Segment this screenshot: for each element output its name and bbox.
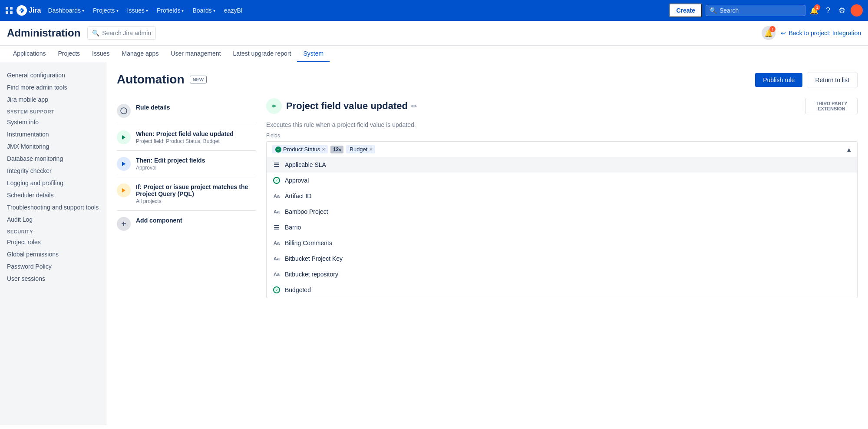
automation-actions: Publish rule Return to list	[755, 73, 858, 87]
nav-eazybi[interactable]: eazyBI	[221, 5, 246, 16]
dropdown-item-applicable-sla[interactable]: Applicable SLA	[267, 157, 857, 173]
jira-logo[interactable]: Jira	[17, 5, 41, 16]
svg-rect-2	[6, 11, 8, 14]
third-party-label: THIRD PARTYEXTENSION	[815, 101, 847, 111]
return-to-list-button[interactable]: Return to list	[807, 73, 858, 87]
dropdown-item-billing-comments[interactable]: Aa Billing Comments	[267, 235, 857, 251]
svg-rect-1	[10, 7, 13, 10]
sidebar-item-find-more-admin-tools[interactable]: Find more admin tools	[0, 81, 106, 93]
dropdown-item-bitbucket-repository[interactable]: Aa Bitbucket repository	[267, 266, 857, 282]
step-icon-details	[117, 104, 131, 118]
sidebar-item-global-permissions[interactable]: Global permissions	[0, 248, 106, 260]
notification-icon[interactable]: 🔔 1	[809, 5, 819, 16]
step-if[interactable]: If: Project or issue project matches the…	[117, 177, 256, 211]
sidebar-item-integrity-checker[interactable]: Integrity checker	[0, 165, 106, 177]
dropdown-item-artifact-id[interactable]: Aa Artifact ID	[267, 188, 857, 204]
rule-detail-panel: Project field value updated ✏ THIRD PART…	[266, 98, 858, 237]
settings-icon[interactable]: ⚙	[837, 5, 847, 16]
tag-close-icon[interactable]: ×	[369, 146, 373, 153]
nav-dashboards[interactable]: Dashboards ▾	[44, 5, 88, 16]
field-tag-product-status[interactable]: ✓ Product Status ×	[272, 145, 328, 153]
sidebar-item-project-roles[interactable]: Project roles	[0, 236, 106, 248]
dropdown-item-label: Bitbucket Project Key	[285, 255, 343, 262]
search-bar[interactable]: 🔍 Search	[706, 5, 805, 16]
chevron-down-icon: ▾	[82, 8, 84, 13]
dropdown-item-label: Bamboo Project	[285, 208, 328, 215]
admin-search[interactable]: 🔍 Search Jira admin	[87, 27, 156, 40]
sidebar-item-troubleshooting[interactable]: Troubleshooting and support tools	[0, 201, 106, 213]
tab-projects[interactable]: Projects	[52, 46, 86, 62]
sidebar-item-password-policy[interactable]: Password Policy	[0, 260, 106, 273]
app-grid-icon[interactable]	[5, 7, 13, 14]
dropdown-item-bamboo-project[interactable]: Aa Bamboo Project	[267, 204, 857, 219]
dropdown-item-approval[interactable]: Approval	[267, 173, 857, 188]
step-when[interactable]: When: Project field value updated Projec…	[117, 124, 256, 151]
tab-user-management[interactable]: User management	[165, 46, 227, 62]
admin-tabs: Applications Projects Issues Manage apps…	[0, 46, 868, 62]
admin-notification-icon[interactable]: 🔔 1	[762, 26, 776, 40]
rule-detail-icon	[266, 98, 282, 114]
check-icon: ✓	[275, 146, 281, 153]
help-icon[interactable]: ?	[823, 5, 833, 16]
nav-projects[interactable]: Projects ▾	[89, 5, 122, 16]
sidebar-item-user-sessions[interactable]: User sessions	[0, 273, 106, 285]
sidebar-item-scheduler-details[interactable]: Scheduler details	[0, 189, 106, 201]
step-icon-when	[117, 130, 131, 144]
user-avatar[interactable]	[851, 4, 863, 17]
sidebar-item-jmx-monitoring[interactable]: JMX Monitoring	[0, 140, 106, 153]
fields-tags[interactable]: ✓ Product Status × 12₃ Budget × ▲	[267, 142, 857, 157]
sidebar-item-logging-profiling[interactable]: Logging and profiling	[0, 177, 106, 189]
tab-issues[interactable]: Issues	[86, 46, 116, 62]
nav-issues[interactable]: Issues ▾	[124, 5, 152, 16]
step-title-rule-details: Rule details	[136, 104, 170, 111]
main-layout: General configuration Find more admin to…	[0, 62, 868, 425]
automation-title-area: Automation NEW	[117, 73, 207, 86]
dropdown-item-label: Applicable SLA	[285, 161, 326, 168]
back-to-project-link[interactable]: ↩ Back to project: Integration	[781, 30, 861, 37]
check-circle-icon	[273, 176, 281, 184]
sidebar-item-database-monitoring[interactable]: Database monitoring	[0, 153, 106, 165]
svg-rect-3	[10, 11, 13, 14]
edit-icon[interactable]: ✏	[411, 102, 417, 110]
sidebar-item-audit-log[interactable]: Audit Log	[0, 213, 106, 226]
text-icon: Aa	[273, 270, 281, 278]
dropdown-item-bitbucket-project-key[interactable]: Aa Bitbucket Project Key	[267, 251, 857, 266]
sidebar-item-general-configuration[interactable]: General configuration	[0, 69, 106, 81]
step-rule-details[interactable]: Rule details	[117, 98, 256, 124]
chevron-up-icon: ▲	[846, 146, 852, 153]
chevron-down-icon: ▾	[146, 8, 148, 13]
top-nav-right: 🔍 Search 🔔 1 ? ⚙	[706, 4, 863, 17]
fields-selector[interactable]: ✓ Product Status × 12₃ Budget × ▲	[266, 141, 858, 157]
tab-latest-upgrade[interactable]: Latest upgrade report	[227, 46, 297, 62]
svg-marker-8	[122, 188, 125, 193]
step-title-if: If: Project or issue project matches the…	[136, 183, 256, 197]
admin-title: Administration	[7, 27, 80, 39]
dropdown-item-budgeted[interactable]: Budgeted	[267, 282, 857, 298]
nav-boards[interactable]: Boards ▾	[189, 5, 218, 16]
step-add-component[interactable]: Add component	[117, 211, 256, 237]
new-badge: NEW	[190, 76, 207, 83]
tab-system[interactable]: System	[297, 46, 330, 62]
step-title-then: Then: Edit project fields	[136, 157, 205, 164]
rule-flow: Rule details When: Project field value u…	[117, 98, 858, 237]
field-tag-budget[interactable]: Budget ×	[346, 145, 375, 153]
tag-close-icon[interactable]: ×	[322, 146, 325, 153]
chevron-down-icon: ▾	[182, 8, 184, 13]
dropdown-item-label: Budgeted	[285, 286, 311, 293]
fields-label: Fields	[266, 133, 858, 139]
sidebar-item-jira-mobile-app[interactable]: Jira mobile app	[0, 93, 106, 106]
nav-profields[interactable]: Profields ▾	[153, 5, 187, 16]
third-party-badge: THIRD PARTYEXTENSION	[805, 98, 858, 114]
top-navigation: Jira Dashboards ▾ Projects ▾ Issues ▾ Pr…	[0, 0, 868, 21]
sidebar-section-system-support: SYSTEM SUPPORT	[0, 106, 106, 116]
field-tag-label: Product Status	[283, 146, 320, 153]
create-button[interactable]: Create	[669, 3, 702, 17]
step-then[interactable]: Then: Edit project fields Approval	[117, 151, 256, 177]
tab-manage-apps[interactable]: Manage apps	[116, 46, 165, 62]
search-icon: 🔍	[710, 7, 717, 14]
dropdown-item-barrio[interactable]: Barrio	[267, 219, 857, 235]
tab-applications[interactable]: Applications	[7, 46, 52, 62]
sidebar-item-instrumentation[interactable]: Instrumentation	[0, 128, 106, 140]
sidebar-item-system-info[interactable]: System info	[0, 116, 106, 128]
publish-rule-button[interactable]: Publish rule	[755, 73, 802, 87]
